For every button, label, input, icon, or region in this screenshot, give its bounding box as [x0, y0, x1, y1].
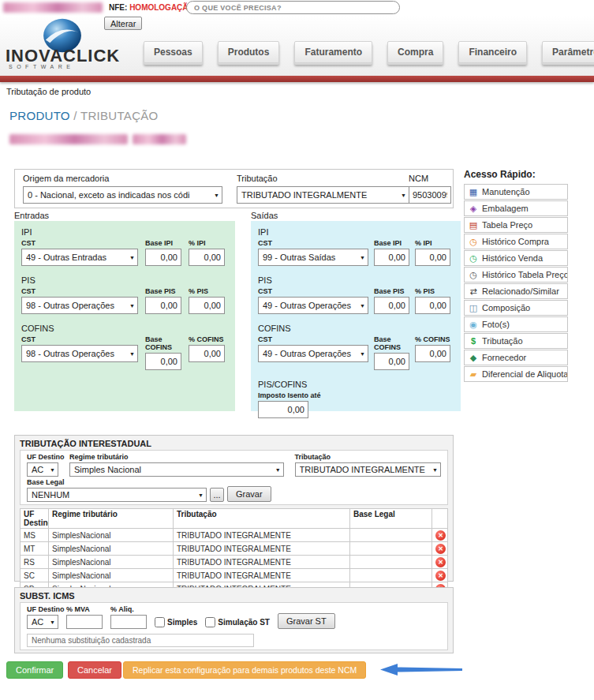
quick-access-historico-tabela-preco[interactable]: ◷Histórico Tabela Preço [464, 267, 568, 283]
cell-tributacao: TRIBUTADO INTEGRALMENTE [174, 529, 350, 542]
chevron-down-icon: ▼ [50, 620, 55, 625]
global-search-input[interactable] [186, 1, 400, 14]
simples-checkbox[interactable] [155, 617, 165, 627]
pct-label: % PIS [189, 287, 225, 295]
select-value: TRIBUTADO INTEGRALMENTE [241, 190, 398, 200]
nav-tab-compra[interactable]: Compra [387, 41, 443, 63]
header-regime: Regime tributário [49, 509, 174, 529]
price-history-icon: ◷ [469, 271, 478, 279]
origem-select[interactable]: 0 - Nacional, exceto as indicadas nos có… [23, 186, 222, 204]
entradas-ipi-base-input[interactable] [145, 249, 181, 266]
entradas-pis-pct-input[interactable] [189, 297, 225, 314]
saidas-cofins-cst-select[interactable]: 49 - Outras Operações▼ [258, 345, 368, 362]
mva-label: % MVA [66, 605, 103, 613]
alterar-button[interactable]: Alterar [104, 17, 142, 30]
cell-tributacao: TRIBUTADO INTEGRALMENTE [174, 556, 350, 569]
delete-row-icon[interactable]: ✕ [435, 544, 446, 554]
quick-access-fotos[interactable]: ◉Foto(s) [464, 316, 568, 332]
select-value: 98 - Outras Operações [26, 301, 127, 310]
quick-access-label: Composição [482, 303, 530, 313]
interestadual-regime-select[interactable]: Simples Nacional▼ [69, 462, 284, 477]
simulacao-st-checkbox[interactable] [205, 617, 215, 627]
saidas-cofins-pct-input[interactable] [415, 345, 450, 362]
app-header: INOVACLICK SOFTWARE Pessoas Produtos Fat… [0, 16, 594, 76]
entradas-cofins-cst-select[interactable]: 98 - Outras Operações▼ [21, 345, 138, 362]
select-value: 49 - Outras Operações [263, 301, 357, 310]
entradas-cofins-pct-input[interactable] [189, 345, 225, 362]
group-title: PIS/COFINS [258, 380, 454, 389]
saidas-pis-base-input[interactable] [374, 297, 409, 314]
confirmar-button[interactable]: Confirmar [6, 661, 63, 679]
tributacao-label: Tributação [237, 174, 278, 183]
chevron-down-icon: ▼ [360, 255, 365, 260]
cell-regime: SimplesNacional [49, 542, 174, 556]
quick-access-embalagem[interactable]: ◈Embalagem [464, 200, 568, 216]
quick-access-label: Fornecedor [482, 353, 526, 362]
saidas-cofins-base-input[interactable] [374, 353, 409, 370]
quick-access-label: Relacionado/Similar [482, 286, 559, 296]
chevron-down-icon: ▼ [432, 467, 438, 473]
mva-input[interactable] [66, 615, 103, 629]
cst-label: CST [258, 239, 368, 247]
nav-tab-parametros[interactable]: Parâmetros [542, 41, 594, 63]
entradas-ipi-pct-input[interactable] [189, 249, 225, 266]
ncm-label: NCM [409, 174, 428, 183]
group-title: PIS [21, 275, 228, 285]
cell-regime: SimplesNacional [49, 569, 174, 582]
chevron-down-icon: ▼ [129, 255, 135, 260]
saidas-pis-pct-input[interactable] [415, 297, 450, 314]
interestadual-tributacao-select[interactable]: TRIBUTADO INTEGRALMENTE▼ [295, 462, 441, 477]
interestadual-uf-select[interactable]: AC▼ [27, 462, 58, 477]
cancelar-button[interactable]: Cancelar [68, 661, 121, 679]
isento-input[interactable] [258, 401, 308, 418]
entradas-pis-base-input[interactable] [145, 297, 181, 314]
table-header-row: UF Destino Regime tributário Tributação … [21, 509, 448, 529]
cell-base-legal [350, 542, 432, 556]
quick-access-tabela-preco[interactable]: ▤Tabela Preço [464, 217, 568, 233]
saidas-pis-group: PIS CST 49 - Outras Operações▼ Base PIS … [258, 275, 454, 314]
base-label: Base PIS [145, 287, 181, 295]
topbar: NFE: HOMOLOGAÇÃO [0, 0, 594, 16]
replicar-button[interactable]: Replicar esta configuração para demais p… [123, 661, 366, 679]
group-title: COFINS [258, 324, 454, 333]
aliq-input[interactable] [110, 615, 147, 629]
quick-access-manutencao[interactable]: ▦Manutenção [464, 184, 568, 200]
ncm-input[interactable] [409, 186, 451, 204]
quick-access-tributacao[interactable]: $Tributação [464, 333, 568, 349]
quick-access-fornecedor[interactable]: ◆Fornecedor [464, 350, 568, 365]
nav-tab-produtos[interactable]: Produtos [218, 41, 280, 63]
quick-access-relacionado-similar[interactable]: ⇄Relacionado/Similar [464, 283, 568, 299]
folder-icon: ▰ [469, 370, 478, 379]
header-base-legal: Base Legal [350, 509, 432, 529]
table-row: MT SimplesNacional TRIBUTADO INTEGRALMEN… [21, 542, 448, 556]
quick-access-historico-compra[interactable]: ◷Histórico Compra [464, 234, 568, 249]
saidas-ipi-cst-select[interactable]: 99 - Outras Saídas▼ [258, 249, 368, 266]
entradas-cofins-base-input[interactable] [145, 353, 181, 370]
nav-tab-financeiro[interactable]: Financeiro [458, 41, 527, 63]
base-legal-select[interactable]: NENHUM▼ [27, 488, 207, 502]
nav-tab-pessoas[interactable]: Pessoas [144, 41, 203, 63]
delete-row-icon[interactable]: ✕ [435, 571, 446, 581]
saidas-ipi-base-input[interactable] [374, 249, 409, 266]
quick-access-label: Embalagem [482, 204, 529, 213]
gravar-st-button[interactable]: Gravar ST [278, 613, 335, 629]
entradas-pis-cst-select[interactable]: 98 - Outras Operações▼ [21, 297, 138, 314]
gravar-button[interactable]: Gravar [227, 486, 271, 502]
entradas-ipi-cst-select[interactable]: 49 - Outras Entradas▼ [21, 249, 138, 266]
delete-row-icon[interactable]: ✕ [435, 557, 446, 567]
chevron-down-icon: ▼ [401, 193, 406, 198]
quick-access-historico-venda[interactable]: ◷Histórico Venda [464, 250, 568, 266]
header-actions [432, 509, 448, 529]
pct-label: % IPI [189, 239, 225, 247]
quick-access-label: Tributação [482, 336, 523, 346]
base-legal-browse-button[interactable]: ... [210, 488, 224, 502]
quick-access-composicao[interactable]: ◫Composição [464, 300, 568, 316]
nav-tab-faturamento[interactable]: Faturamento [294, 41, 372, 63]
subst-uf-select[interactable]: AC▼ [27, 615, 58, 629]
quick-access-diferencial-aliquota[interactable]: ▰Diferencial de Aliquota [464, 366, 568, 382]
saidas-pis-cst-select[interactable]: 49 - Outras Operações▼ [258, 297, 368, 314]
photo-icon: ◉ [469, 320, 478, 329]
saidas-ipi-pct-input[interactable] [415, 249, 450, 266]
delete-row-icon[interactable]: ✕ [435, 530, 446, 541]
tributacao-select[interactable]: TRIBUTADO INTEGRALMENTE▼ [237, 186, 409, 204]
